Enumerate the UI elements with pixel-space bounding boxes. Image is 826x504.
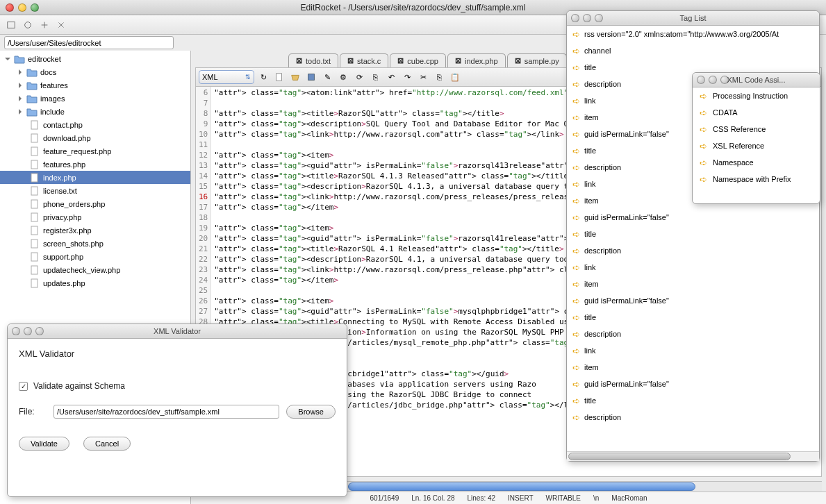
tag-icon: ➪: [572, 379, 580, 389]
tree-file[interactable]: download.php: [0, 131, 190, 144]
tag-list-item[interactable]: ➪description: [567, 409, 819, 426]
toolbar-icon[interactable]: [54, 18, 68, 32]
open-icon[interactable]: [288, 70, 302, 84]
tree-folder[interactable]: features: [0, 78, 190, 92]
tag-list-item[interactable]: ➪title: [567, 392, 819, 409]
toolbar-icon[interactable]: [38, 18, 51, 32]
tag-list-item[interactable]: ➪description: [567, 326, 819, 342]
button-row: Validate Cancel: [19, 437, 336, 451]
close-tab-icon[interactable]: ⊠: [296, 56, 302, 65]
svg-rect-12: [31, 253, 38, 261]
tag-icon: ➪: [700, 124, 707, 135]
copy-icon[interactable]: ⎘: [432, 70, 446, 84]
assist-item[interactable]: ➪Namespace: [693, 154, 820, 171]
assist-body[interactable]: ➪Processing Instruction➪CDATA➪CSS Refere…: [693, 87, 820, 203]
toolbar-icon[interactable]: [4, 18, 18, 32]
svg-rect-2: [31, 121, 38, 129]
paste-icon[interactable]: 📋: [448, 70, 462, 84]
editor-tab[interactable]: ⊠sample.py: [507, 53, 567, 67]
tag-list-item[interactable]: ➪channel: [567, 42, 819, 59]
tag-list-item[interactable]: ➪title: [567, 309, 819, 326]
svg-rect-11: [31, 240, 38, 248]
tag-icon: ➪: [700, 141, 707, 151]
tag-list-item[interactable]: ➪link: [567, 259, 819, 276]
editor-tab[interactable]: ⊠todo.txt: [288, 53, 338, 67]
language-select[interactable]: XML ⇅: [199, 70, 254, 84]
tree-file[interactable]: index.php: [0, 171, 190, 184]
editor-tab[interactable]: ⊠index.php: [447, 53, 506, 67]
assist-item[interactable]: ➪Namespace with Prefix: [693, 171, 820, 187]
close-tab-icon[interactable]: ⊠: [397, 56, 404, 65]
cut-icon[interactable]: ✂: [416, 70, 430, 84]
checkbox-label: Validate against Schema: [33, 381, 125, 391]
file-input[interactable]: [53, 405, 279, 419]
tree-file[interactable]: feature_request.php: [0, 144, 190, 158]
svg-rect-6: [31, 174, 38, 182]
validator-titlebar[interactable]: XML Validator: [8, 324, 347, 339]
tree-file[interactable]: register3x.php: [0, 224, 190, 237]
tool-icon[interactable]: ⎘: [368, 70, 382, 84]
assist-item[interactable]: ➪CSS Reference: [693, 121, 820, 137]
scroll-thumb[interactable]: [568, 453, 791, 460]
tool-icon[interactable]: ↶: [384, 70, 398, 84]
tree-file[interactable]: license.txt: [0, 184, 190, 197]
tag-list-item[interactable]: ➪item: [567, 276, 819, 292]
tree-folder[interactable]: include: [0, 105, 190, 118]
toolbar-icon[interactable]: [21, 18, 35, 32]
tag-list-titlebar[interactable]: Tag List: [567, 11, 819, 26]
tag-list-item[interactable]: ➪guid isPermaLink="false": [567, 376, 819, 392]
refresh-icon[interactable]: ↻: [256, 70, 270, 84]
panel-title: XML Code Assi...: [693, 76, 820, 84]
tag-list-item[interactable]: ➪guid isPermaLink="false": [567, 292, 819, 309]
tag-icon: ➪: [572, 162, 580, 173]
tree-file[interactable]: updates.php: [0, 276, 190, 289]
tree-file[interactable]: screen_shots.php: [0, 237, 190, 250]
file-row: File: Browse: [19, 405, 336, 419]
tree-file[interactable]: support.php: [0, 250, 190, 263]
tag-icon: ➪: [700, 174, 707, 185]
new-icon[interactable]: [272, 70, 286, 84]
tool-icon[interactable]: ⟳: [352, 70, 366, 84]
tag-list-item[interactable]: ➪rss version="2.0" xmlns:atom="http://ww…: [567, 26, 819, 42]
tree-file[interactable]: features.php: [0, 158, 190, 171]
tree-file[interactable]: contact.php: [0, 118, 190, 131]
tag-list-item[interactable]: ➪link: [567, 342, 819, 359]
assist-item[interactable]: ➪Processing Instruction: [693, 87, 820, 104]
tag-icon: ➪: [572, 246, 580, 256]
tree-file[interactable]: updatecheck_view.php: [0, 263, 190, 276]
tag-list-item[interactable]: ➪description: [567, 242, 819, 259]
editor-tab[interactable]: ⊠cube.cpp: [390, 53, 446, 67]
path-input[interactable]: [4, 36, 174, 49]
panel-title: Tag List: [567, 14, 819, 22]
scroll-thumb[interactable]: [348, 482, 695, 491]
browse-button[interactable]: Browse: [286, 405, 336, 419]
tool-icon[interactable]: ↷: [400, 70, 414, 84]
assist-item[interactable]: ➪CDATA: [693, 104, 820, 121]
tag-list-item[interactable]: ➪guid isPermaLink="false": [567, 209, 819, 226]
editor-tab[interactable]: ⊠stack.c: [340, 53, 388, 67]
tag-list-item[interactable]: ➪title: [567, 226, 819, 242]
tool-icon[interactable]: ⚙: [336, 70, 350, 84]
close-tab-icon[interactable]: ⊠: [455, 56, 461, 65]
tool-icon[interactable]: ✎: [320, 70, 334, 84]
status-writable: WRITABLE: [546, 494, 581, 502]
cancel-button[interactable]: Cancel: [83, 437, 131, 451]
validate-button[interactable]: Validate: [19, 437, 69, 451]
tree-root[interactable]: editrocket: [0, 52, 190, 65]
chevron-updown-icon: ⇅: [245, 74, 251, 81]
save-icon[interactable]: [304, 70, 318, 84]
tree-folder[interactable]: images: [0, 92, 190, 105]
checkbox-box[interactable]: ✓: [19, 382, 28, 391]
tree-file[interactable]: phone_orders.php: [0, 197, 190, 210]
close-tab-icon[interactable]: ⊠: [515, 56, 521, 65]
tag-icon: ➪: [572, 362, 580, 373]
assist-item[interactable]: ➪XSL Reference: [693, 137, 820, 154]
taglist-hscrollbar[interactable]: [567, 451, 819, 461]
tag-list-item[interactable]: ➪item: [567, 359, 819, 376]
tree-file[interactable]: privacy.php: [0, 210, 190, 224]
tree-folder[interactable]: docs: [0, 65, 190, 78]
validate-schema-checkbox[interactable]: ✓ Validate against Schema: [19, 381, 336, 391]
tag-icon: ➪: [700, 91, 707, 101]
close-tab-icon[interactable]: ⊠: [347, 56, 354, 65]
assist-titlebar[interactable]: XML Code Assi...: [693, 73, 820, 87]
